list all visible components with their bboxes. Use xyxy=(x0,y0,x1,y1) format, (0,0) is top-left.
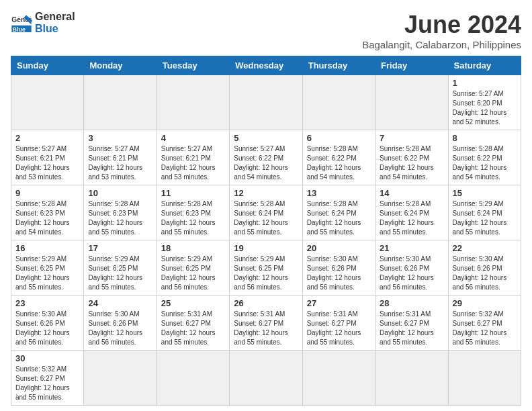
calendar-cell xyxy=(375,75,448,130)
calendar-week-row: 16Sunrise: 5:29 AM Sunset: 6:25 PM Dayli… xyxy=(11,240,521,295)
day-info: Sunrise: 5:27 AM Sunset: 6:22 PM Dayligh… xyxy=(234,144,298,182)
day-number: 30 xyxy=(15,353,79,363)
location-title: Bagalangit, Calabarzon, Philippines xyxy=(362,39,521,50)
day-info: Sunrise: 5:31 AM Sunset: 6:27 PM Dayligh… xyxy=(380,310,443,347)
day-info: Sunrise: 5:28 AM Sunset: 6:23 PM Dayligh… xyxy=(15,199,79,237)
day-number: 13 xyxy=(307,188,371,198)
day-info: Sunrise: 5:29 AM Sunset: 6:25 PM Dayligh… xyxy=(15,255,79,292)
logo-blue-text: Blue xyxy=(35,23,75,35)
calendar-cell: 11Sunrise: 5:28 AM Sunset: 6:23 PM Dayli… xyxy=(157,185,229,240)
calendar-cell: 24Sunrise: 5:30 AM Sunset: 6:26 PM Dayli… xyxy=(84,295,157,351)
day-info: Sunrise: 5:30 AM Sunset: 6:26 PM Dayligh… xyxy=(15,310,79,347)
calendar-week-row: 1Sunrise: 5:27 AM Sunset: 6:20 PM Daylig… xyxy=(11,75,521,130)
day-number: 21 xyxy=(380,243,443,253)
calendar-cell: 12Sunrise: 5:28 AM Sunset: 6:24 PM Dayli… xyxy=(230,185,302,240)
month-title: June 2024 xyxy=(362,11,521,39)
day-number: 27 xyxy=(307,298,371,308)
day-info: Sunrise: 5:28 AM Sunset: 6:23 PM Dayligh… xyxy=(88,199,152,237)
day-info: Sunrise: 5:29 AM Sunset: 6:25 PM Dayligh… xyxy=(161,255,225,292)
day-info: Sunrise: 5:28 AM Sunset: 6:24 PM Dayligh… xyxy=(380,199,443,237)
day-info: Sunrise: 5:27 AM Sunset: 6:21 PM Dayligh… xyxy=(88,144,152,182)
calendar-cell: 8Sunrise: 5:28 AM Sunset: 6:22 PM Daylig… xyxy=(448,130,521,185)
calendar-cell: 28Sunrise: 5:31 AM Sunset: 6:27 PM Dayli… xyxy=(375,295,448,351)
calendar-cell: 15Sunrise: 5:29 AM Sunset: 6:24 PM Dayli… xyxy=(448,185,521,240)
calendar-header-row: SundayMondayTuesdayWednesdayThursdayFrid… xyxy=(11,56,521,75)
calendar-cell: 16Sunrise: 5:29 AM Sunset: 6:25 PM Dayli… xyxy=(11,240,84,295)
day-number: 29 xyxy=(453,298,517,308)
day-number: 28 xyxy=(380,298,443,308)
day-number: 17 xyxy=(88,243,152,253)
calendar-cell: 6Sunrise: 5:28 AM Sunset: 6:22 PM Daylig… xyxy=(302,130,375,185)
day-info: Sunrise: 5:32 AM Sunset: 6:27 PM Dayligh… xyxy=(453,310,517,347)
day-number: 14 xyxy=(380,188,443,198)
svg-text:Blue: Blue xyxy=(13,26,26,32)
day-header-thursday: Thursday xyxy=(302,56,375,75)
calendar-cell: 10Sunrise: 5:28 AM Sunset: 6:23 PM Dayli… xyxy=(84,185,157,240)
calendar-cell xyxy=(84,351,157,406)
calendar-cell: 1Sunrise: 5:27 AM Sunset: 6:20 PM Daylig… xyxy=(448,75,521,130)
calendar-cell: 26Sunrise: 5:31 AM Sunset: 6:27 PM Dayli… xyxy=(230,295,302,351)
day-info: Sunrise: 5:27 AM Sunset: 6:21 PM Dayligh… xyxy=(15,144,79,182)
calendar-cell: 23Sunrise: 5:30 AM Sunset: 6:26 PM Dayli… xyxy=(11,295,84,351)
day-info: Sunrise: 5:27 AM Sunset: 6:20 PM Dayligh… xyxy=(453,89,517,127)
calendar-cell xyxy=(448,351,521,406)
day-number: 2 xyxy=(15,133,79,143)
day-number: 19 xyxy=(234,243,298,253)
day-info: Sunrise: 5:32 AM Sunset: 6:27 PM Dayligh… xyxy=(15,365,79,402)
calendar-cell xyxy=(302,75,375,130)
day-number: 22 xyxy=(453,243,517,253)
calendar-cell: 14Sunrise: 5:28 AM Sunset: 6:24 PM Dayli… xyxy=(375,185,448,240)
day-info: Sunrise: 5:30 AM Sunset: 6:26 PM Dayligh… xyxy=(307,255,371,292)
day-number: 20 xyxy=(307,243,371,253)
day-number: 26 xyxy=(234,298,298,308)
calendar-week-row: 30Sunrise: 5:32 AM Sunset: 6:27 PM Dayli… xyxy=(11,351,521,406)
title-area: June 2024 Bagalangit, Calabarzon, Philip… xyxy=(362,11,521,50)
calendar-cell: 27Sunrise: 5:31 AM Sunset: 6:27 PM Dayli… xyxy=(302,295,375,351)
day-number: 16 xyxy=(15,243,79,253)
calendar-cell: 21Sunrise: 5:30 AM Sunset: 6:26 PM Dayli… xyxy=(375,240,448,295)
day-info: Sunrise: 5:31 AM Sunset: 6:27 PM Dayligh… xyxy=(234,310,298,347)
day-info: Sunrise: 5:28 AM Sunset: 6:24 PM Dayligh… xyxy=(234,199,298,237)
page-header: General Blue General Blue June 2024 Baga… xyxy=(11,11,521,50)
calendar-week-row: 9Sunrise: 5:28 AM Sunset: 6:23 PM Daylig… xyxy=(11,185,521,240)
day-info: Sunrise: 5:28 AM Sunset: 6:22 PM Dayligh… xyxy=(453,144,517,182)
calendar-week-row: 2Sunrise: 5:27 AM Sunset: 6:21 PM Daylig… xyxy=(11,130,521,185)
calendar-cell: 13Sunrise: 5:28 AM Sunset: 6:24 PM Dayli… xyxy=(302,185,375,240)
calendar-cell: 9Sunrise: 5:28 AM Sunset: 6:23 PM Daylig… xyxy=(11,185,84,240)
calendar-cell xyxy=(230,351,302,406)
day-number: 9 xyxy=(15,188,79,198)
calendar-cell: 5Sunrise: 5:27 AM Sunset: 6:22 PM Daylig… xyxy=(230,130,302,185)
calendar-cell xyxy=(230,75,302,130)
calendar-cell: 4Sunrise: 5:27 AM Sunset: 6:21 PM Daylig… xyxy=(157,130,229,185)
calendar-cell: 30Sunrise: 5:32 AM Sunset: 6:27 PM Dayli… xyxy=(11,351,84,406)
day-number: 10 xyxy=(88,188,152,198)
day-header-tuesday: Tuesday xyxy=(157,56,229,75)
calendar-cell xyxy=(157,351,229,406)
day-number: 3 xyxy=(88,133,152,143)
day-number: 1 xyxy=(453,78,517,88)
day-header-sunday: Sunday xyxy=(11,56,84,75)
day-number: 5 xyxy=(234,133,298,143)
day-info: Sunrise: 5:28 AM Sunset: 6:22 PM Dayligh… xyxy=(307,144,371,182)
day-info: Sunrise: 5:31 AM Sunset: 6:27 PM Dayligh… xyxy=(161,310,225,347)
day-number: 18 xyxy=(161,243,225,253)
day-number: 25 xyxy=(161,298,225,308)
day-number: 15 xyxy=(453,188,517,198)
day-info: Sunrise: 5:28 AM Sunset: 6:22 PM Dayligh… xyxy=(380,144,443,182)
calendar-cell xyxy=(84,75,157,130)
calendar-cell xyxy=(375,351,448,406)
day-info: Sunrise: 5:30 AM Sunset: 6:26 PM Dayligh… xyxy=(88,310,152,347)
day-number: 23 xyxy=(15,298,79,308)
day-number: 6 xyxy=(307,133,371,143)
day-number: 11 xyxy=(161,188,225,198)
day-header-monday: Monday xyxy=(84,56,157,75)
day-number: 24 xyxy=(88,298,152,308)
day-header-friday: Friday xyxy=(375,56,448,75)
day-info: Sunrise: 5:29 AM Sunset: 6:25 PM Dayligh… xyxy=(234,255,298,292)
day-info: Sunrise: 5:29 AM Sunset: 6:25 PM Dayligh… xyxy=(88,255,152,292)
day-info: Sunrise: 5:30 AM Sunset: 6:26 PM Dayligh… xyxy=(380,255,443,292)
logo: General Blue General Blue xyxy=(11,11,75,34)
calendar-cell: 20Sunrise: 5:30 AM Sunset: 6:26 PM Dayli… xyxy=(302,240,375,295)
calendar-cell: 3Sunrise: 5:27 AM Sunset: 6:21 PM Daylig… xyxy=(84,130,157,185)
calendar-cell: 19Sunrise: 5:29 AM Sunset: 6:25 PM Dayli… xyxy=(230,240,302,295)
